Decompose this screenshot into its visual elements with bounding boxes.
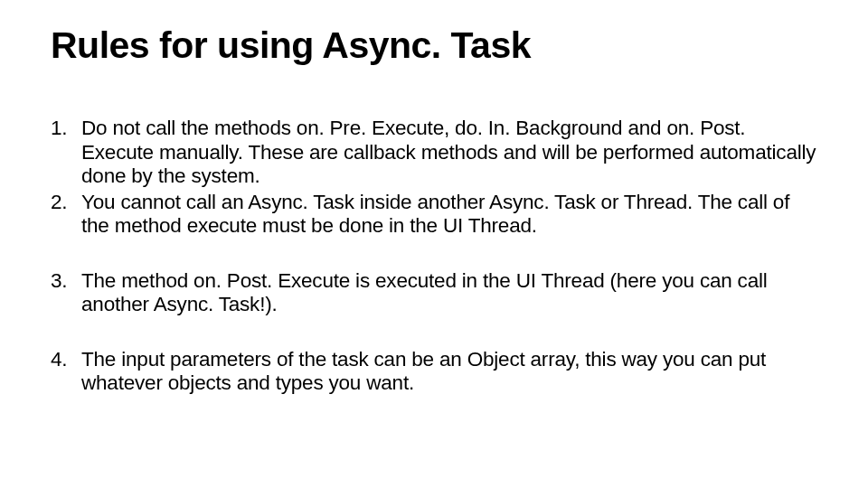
list-item: Do not call the methods on. Pre. Execute…	[51, 117, 817, 189]
slide: Rules for using Async. Task Do not call …	[0, 0, 868, 488]
slide-title: Rules for using Async. Task	[51, 25, 817, 66]
rules-list: Do not call the methods on. Pre. Execute…	[51, 117, 817, 396]
list-item: You cannot call an Async. Task inside an…	[51, 191, 817, 239]
list-item: The method on. Post. Execute is executed…	[51, 269, 817, 317]
list-item: The input parameters of the task can be …	[51, 348, 817, 396]
